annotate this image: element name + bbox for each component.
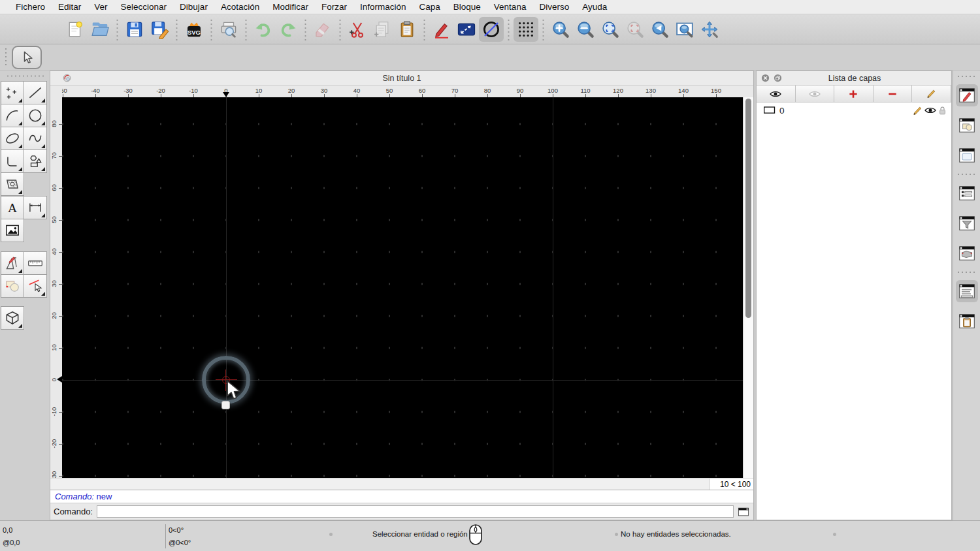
draw-points-button[interactable] <box>1 81 24 104</box>
select-tools-button[interactable] <box>24 274 47 298</box>
draw-polyline-button[interactable] <box>1 150 24 173</box>
v-ruler-label: 0 <box>50 370 57 390</box>
menu-dibujar[interactable]: Dibujar <box>173 0 214 14</box>
meta-grid-line-x0 <box>226 97 227 478</box>
tool-palette: A <box>0 71 50 520</box>
dock-command-line-button[interactable] <box>956 280 978 302</box>
dock-wall-widget-button[interactable] <box>956 242 978 264</box>
draw-hatch-button[interactable] <box>1 172 24 196</box>
layer-row[interactable]: 0 <box>757 102 951 118</box>
dock-layer-list-button[interactable] <box>956 182 978 204</box>
dimension-button[interactable] <box>24 196 47 219</box>
layer-panel-title: Lista de capas <box>784 74 925 83</box>
dock-block-list-button[interactable] <box>956 114 978 136</box>
zoom-previous-button[interactable] <box>647 17 672 42</box>
info-tools-button[interactable] <box>1 274 24 298</box>
export-svg-button[interactable]: SVG <box>182 17 206 42</box>
command-input-row: Comando: <box>50 503 753 520</box>
paste-button[interactable] <box>395 17 419 42</box>
zoom-auto-button[interactable] <box>598 17 623 42</box>
menu-bloque[interactable]: Bloque <box>447 0 487 14</box>
dock-selection-filter-button[interactable] <box>956 212 978 234</box>
undo-button[interactable] <box>251 17 276 42</box>
menu-ventana[interactable]: Ventana <box>487 0 533 14</box>
solid-tools-button[interactable] <box>1 306 24 330</box>
draw-ellipse-button[interactable] <box>1 127 24 150</box>
h-ruler-label: 110 <box>574 87 596 94</box>
command-input[interactable] <box>97 505 734 518</box>
draft-mode-button[interactable] <box>479 17 504 42</box>
layer-name: 0 <box>779 106 910 116</box>
draw-circle-button[interactable] <box>24 104 47 127</box>
menu-acotacion[interactable]: Acotación <box>214 0 266 14</box>
add-layer-button[interactable] <box>834 86 874 102</box>
layer-visibility-button[interactable] <box>923 105 934 116</box>
redo-button[interactable] <box>276 17 301 42</box>
dock-pen-widget-button[interactable] <box>956 84 978 106</box>
edit-pen-button[interactable] <box>429 17 454 42</box>
layer-edit-button[interactable] <box>911 105 922 116</box>
hide-all-layers-button[interactable] <box>796 86 835 102</box>
modify-tools-button[interactable] <box>1 251 24 275</box>
layer-panel-titlebar: Lista de capas <box>757 71 951 86</box>
save-as-button[interactable] <box>147 17 172 42</box>
menu-diverso[interactable]: Diverso <box>532 0 576 14</box>
zoom-window-button[interactable] <box>672 17 697 42</box>
menu-ver[interactable]: Ver <box>88 0 114 14</box>
horizontal-scrollbar-track[interactable] <box>62 479 709 490</box>
zoom-in-button[interactable] <box>548 17 573 42</box>
save-button[interactable] <box>122 17 147 42</box>
menu-seleccionar[interactable]: Seleccionar <box>114 0 174 14</box>
measure-tools-button[interactable] <box>24 251 47 275</box>
draw-line-button[interactable] <box>24 81 47 104</box>
edit-layer-button[interactable] <box>912 86 951 102</box>
detach-command-button[interactable] <box>735 505 752 518</box>
zoom-pan-button[interactable] <box>697 17 722 42</box>
menu-modificar[interactable]: Modificar <box>266 0 315 14</box>
vertical-scrollbar[interactable] <box>743 97 753 478</box>
eraser-icon <box>313 20 333 39</box>
points-icon <box>4 84 21 101</box>
drawing-app-icon <box>62 73 72 83</box>
circle-slash-icon <box>482 20 501 39</box>
h-ruler-label: 80 <box>476 87 498 94</box>
draw-text-button[interactable]: A <box>1 196 24 219</box>
menu-forzar[interactable]: Forzar <box>315 0 353 14</box>
float-panel-button[interactable] <box>772 72 783 84</box>
menu-fichero[interactable]: Fichero <box>9 0 52 14</box>
menu-capa[interactable]: Capa <box>413 0 447 14</box>
vertical-ruler: 80706050403020100-10-20-30 <box>50 97 62 478</box>
h-ruler-label: 130 <box>640 87 662 94</box>
new-document-button[interactable] <box>63 17 88 42</box>
copy-button[interactable] <box>370 17 395 42</box>
menu-editar[interactable]: Editar <box>52 0 88 14</box>
vertical-scrollbar-thumb[interactable] <box>745 99 751 318</box>
print-preview-button[interactable] <box>216 17 241 42</box>
drawing-window: Sin título 1 -50-40-30-20-10010203040506… <box>50 71 754 520</box>
line-extensions-button[interactable] <box>454 17 479 42</box>
drawing-canvas[interactable] <box>62 97 743 478</box>
draw-arc-button[interactable] <box>1 104 24 127</box>
zoom-out-button[interactable] <box>573 17 598 42</box>
dock-library-browser-button[interactable] <box>956 144 978 166</box>
grid-toggle-button[interactable] <box>514 17 538 42</box>
draw-polygon-button[interactable] <box>24 150 47 173</box>
dock-clipboard-button[interactable] <box>956 310 978 332</box>
open-file-button[interactable] <box>88 17 112 42</box>
horizontal-scrollbar[interactable]: 10 < 100 <box>50 478 753 490</box>
insert-image-button[interactable] <box>1 219 24 242</box>
show-all-layers-button[interactable] <box>757 86 796 102</box>
menu-informacion[interactable]: Información <box>353 0 413 14</box>
delete-selected-button[interactable] <box>310 17 335 42</box>
menu-ayuda[interactable]: Ayuda <box>576 0 613 14</box>
draw-spline-button[interactable] <box>24 127 47 150</box>
selection-pointer-button[interactable] <box>12 46 42 69</box>
cut-button[interactable] <box>345 17 370 42</box>
zoom-selected-button[interactable] <box>623 17 647 42</box>
statusbar-handle-dot <box>615 533 618 536</box>
v-ruler-label: 40 <box>50 242 57 262</box>
save-icon <box>125 20 144 39</box>
layer-lock-button[interactable] <box>936 105 947 116</box>
close-panel-button[interactable] <box>760 72 771 84</box>
remove-layer-button[interactable] <box>874 86 913 102</box>
